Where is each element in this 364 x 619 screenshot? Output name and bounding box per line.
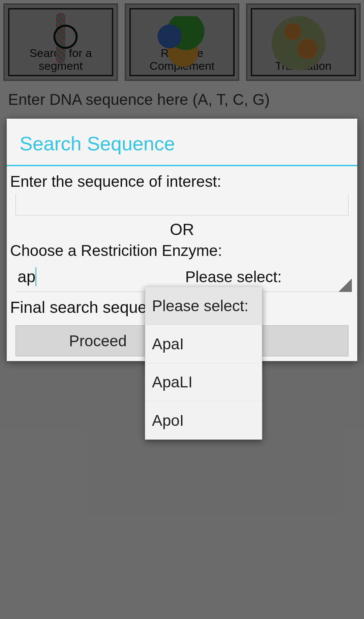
dropdown-item-apoi[interactable]: ApoI: [145, 401, 262, 439]
or-separator: OR: [10, 215, 354, 239]
dialog-title: Search Sequence: [7, 119, 357, 165]
text-caret: [35, 267, 36, 286]
sequence-input[interactable]: [16, 194, 348, 215]
enzyme-dropdown: Please select: ApaI ApaLI ApoI: [145, 287, 262, 440]
dropdown-caret-icon: [338, 278, 352, 292]
dropdown-item-placeholder[interactable]: Please select:: [145, 287, 262, 325]
dropdown-item-apai[interactable]: ApaI: [145, 325, 262, 363]
enzyme-label: Choose a Restricition Enzyme:: [10, 239, 354, 260]
dropdown-item-apali[interactable]: ApaLI: [145, 363, 262, 401]
enzyme-filter-value: ap: [18, 267, 35, 286]
sequence-input-label: Enter the sequence of interest:: [10, 170, 354, 190]
